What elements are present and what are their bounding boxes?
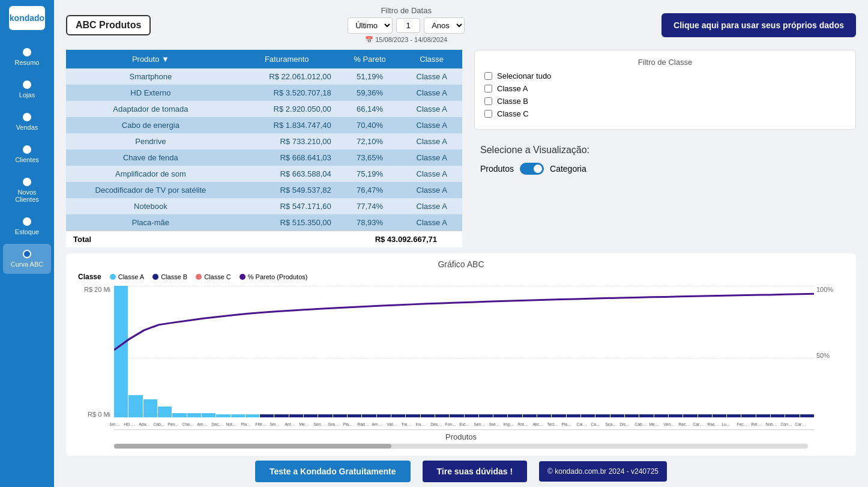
checkbox-classe-c-input[interactable] — [484, 110, 492, 118]
sidebar-item-label: Curva ABC — [11, 261, 43, 268]
sidebar-item-label: Clientes — [15, 156, 39, 163]
cell-classe: Classe A — [401, 198, 462, 214]
table-row[interactable]: HD Externo R$ 3.520.707,18 59,36% Classe… — [66, 85, 462, 101]
cell-classe: Classe A — [401, 117, 462, 133]
legend-label-c: Classe C — [204, 273, 231, 280]
checkbox-classe-a[interactable]: Classe A — [484, 84, 846, 93]
chart-scrollbar[interactable] — [114, 444, 808, 449]
chart-bar[interactable] — [158, 407, 172, 417]
x-label: Decodific... — [211, 422, 223, 437]
class-filter-title: Filtro de Classe — [484, 58, 846, 67]
checkbox-classe-b[interactable]: Classe B — [484, 97, 846, 106]
cell-produto: Cabo de energia — [66, 117, 235, 133]
chart-y-axis-left: R$ 20 Mi R$ 0 Mi — [78, 286, 114, 430]
sidebar-item-label: Estoque — [15, 228, 39, 235]
x-label: Alicates p... — [532, 422, 544, 437]
sidebar-item-clientes[interactable]: Clientes — [3, 139, 51, 169]
x-label: Adaptado... — [139, 422, 151, 437]
viz-toggle: Produtos Categoria — [480, 163, 850, 175]
cell-classe: Classe A — [401, 182, 462, 198]
cell-faturamento: R$ 1.834.747,40 — [235, 117, 339, 133]
cell-pareto: 59,36% — [339, 85, 402, 101]
x-label: Cabo de ... — [153, 422, 165, 437]
sidebar-item-curva-abc[interactable]: Curva ABC — [3, 244, 51, 274]
chart-bar[interactable] — [128, 395, 142, 417]
x-label: Luminária... — [722, 422, 734, 437]
viz-toggle-switch[interactable] — [520, 163, 544, 175]
filter-period-select[interactable]: Último — [348, 17, 393, 34]
x-label: Pendrive — [167, 422, 179, 437]
x-label: Carregad... — [795, 422, 807, 437]
cell-faturamento: R$ 3.520.707,18 — [235, 85, 339, 101]
x-label: Válvula p... — [387, 422, 399, 437]
sidebar-item-vendas[interactable]: Vendas — [3, 107, 51, 137]
x-label: HD Externo — [124, 422, 136, 437]
y-label-right-top: 100% — [816, 286, 844, 293]
footer-btn-help[interactable]: Tire suas dúvidas ! — [423, 461, 528, 482]
sidebar-item-lojas[interactable]: Lojas — [3, 74, 51, 104]
checkbox-classe-b-input[interactable] — [484, 97, 492, 105]
chart-bar[interactable] — [143, 399, 157, 417]
cell-pareto: 75,19% — [339, 166, 402, 182]
checkbox-classe-c[interactable]: Classe C — [484, 109, 846, 118]
cell-faturamento: R$ 663.588,04 — [235, 166, 339, 182]
chart-bar[interactable] — [114, 286, 128, 417]
legend-dot-pareto — [240, 274, 246, 280]
chart-bar[interactable] — [172, 413, 186, 417]
footer-btn-test[interactable]: Teste a Kondado Gratuitamente — [255, 461, 411, 482]
x-label: Conector... — [780, 422, 792, 437]
x-label: Teclado — [547, 422, 559, 437]
filter-num-input[interactable] — [396, 18, 420, 33]
y-label-top: R$ 20 Mi — [78, 286, 110, 293]
x-label: Nobreak — [766, 422, 778, 437]
cell-produto: HD Externo — [66, 85, 235, 101]
table-row[interactable]: Pendrive R$ 733.210,00 72,10% Classe A — [66, 133, 462, 150]
viz-title: Selecione a Visualização: — [480, 145, 850, 156]
table-row[interactable]: Adaptador de tomada R$ 2.920.050,00 66,1… — [66, 101, 462, 117]
total-value: R$ 43.092.667,71 — [259, 235, 455, 244]
sidebar-item-novos-clientes[interactable]: Novos Clientes — [3, 172, 51, 209]
chart-bar[interactable] — [187, 413, 201, 417]
x-label: Switch de... — [489, 422, 501, 437]
table-row[interactable]: Decodificador de TV por satélite R$ 549.… — [66, 182, 462, 198]
sidebar: kondado Resumo Lojas Vendas Clientes Nov… — [0, 0, 54, 487]
table-row[interactable]: Chave de fenda R$ 668.641,03 73,65% Clas… — [66, 150, 462, 166]
sidebar-item-resumo[interactable]: Resumo — [3, 42, 51, 72]
table-row[interactable]: Notebook R$ 547.171,60 77,74% Classe A — [66, 198, 462, 214]
x-label: Notebook — [226, 422, 238, 437]
table-row[interactable]: Placa-mãe R$ 515.350,00 78,93% Classe A — [66, 214, 462, 231]
cell-pareto: 76,47% — [339, 182, 402, 198]
sidebar-dot — [23, 113, 31, 121]
table-row[interactable]: Cabo de energia R$ 1.834.747,40 70,40% C… — [66, 117, 462, 133]
filter-unit-select[interactable]: Anos — [424, 17, 465, 34]
table-row[interactable]: Smartphone R$ 22.061.012,00 51,19% Class… — [66, 68, 462, 85]
chart-bar[interactable] — [202, 413, 215, 417]
x-label: Antena d... — [285, 422, 297, 437]
checkbox-select-all[interactable]: Selecionar tudo — [484, 71, 846, 80]
checkbox-select-all-input[interactable] — [484, 72, 492, 80]
col-classe: Classe — [401, 50, 462, 68]
visualization-box: Selecione a Visualização: Produtos Categ… — [474, 139, 856, 181]
cell-pareto: 72,10% — [339, 133, 402, 150]
app-logo: kondado — [9, 6, 45, 30]
checkbox-classe-a-input[interactable] — [484, 85, 492, 92]
legend-dot-b — [152, 274, 158, 280]
cell-faturamento: R$ 668.641,03 — [235, 150, 339, 166]
sidebar-item-label: Lojas — [19, 91, 35, 98]
sidebar-item-label: Vendas — [16, 124, 38, 131]
cell-faturamento: R$ 733.210,00 — [235, 133, 339, 150]
cell-classe: Classe A — [401, 214, 462, 231]
table-row[interactable]: Amplificador de som R$ 663.588,04 75,19%… — [66, 166, 462, 182]
x-label: Chave de ... — [182, 422, 194, 437]
x-label: Desperta... — [430, 422, 442, 437]
cell-produto: Notebook — [66, 198, 235, 214]
legend-classe-a: Classe A — [110, 273, 144, 280]
sidebar-dot — [23, 145, 31, 154]
cta-button[interactable]: Clique aqui para usar seus próprios dado… — [662, 13, 856, 37]
sidebar-item-estoque[interactable]: Estoque — [3, 211, 51, 241]
cell-pareto: 73,65% — [339, 150, 402, 166]
checkbox-classe-a-label: Classe A — [497, 84, 528, 93]
table-container: Produto ▼ Faturamento % Pareto Classe Sm… — [66, 50, 462, 247]
scrollbar-thumb[interactable] — [114, 444, 391, 449]
x-label: Placa de s... — [343, 422, 355, 437]
